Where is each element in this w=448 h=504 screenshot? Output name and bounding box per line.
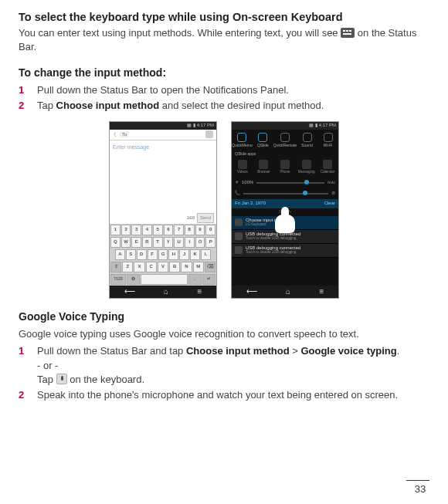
quick-toggles: QuickMemoQSlideQuickRemoteSoundWi-Fi (232, 130, 338, 151)
battery-icon: ▮ (193, 122, 195, 128)
key: 0 (205, 225, 216, 235)
brightness-row: ☀ 100% Auto (232, 178, 338, 188)
message-area: Enter message (110, 140, 216, 213)
toggle-label: Sound (301, 143, 312, 148)
step-text: Pull down the Status Bar and tap Choose … (37, 344, 429, 387)
page-number: 33 (406, 480, 429, 496)
key: O (195, 237, 205, 248)
qslide-apps: VideosBrowserPhoneMessagingCalendar (232, 157, 338, 178)
bold-text: Google voice typing (300, 345, 396, 357)
counter-row: 160 Send (110, 213, 216, 224)
key: ⇧ (110, 262, 121, 272)
recent-icon: ≡ (197, 286, 202, 297)
phone-screenshot-notifications: ▦ ▮ 4:17 PM QuickMemoQSlideQuickRemoteSo… (231, 121, 339, 299)
toggle-label: QuickRemote (273, 143, 297, 148)
key: R (142, 237, 152, 248)
key-settings: ✿ (127, 274, 140, 285)
app-icon (323, 160, 332, 169)
home-icon: ⌂ (286, 286, 290, 297)
send-button: Send (197, 213, 214, 222)
to-row: く To (110, 130, 216, 140)
volume-slider (243, 193, 328, 194)
volume-icon: 📞 (235, 190, 240, 196)
key: I (185, 237, 195, 248)
pointing-hand-icon (275, 207, 295, 238)
toggle-icon (303, 133, 312, 142)
key: 3 (131, 225, 141, 235)
toggle-icon (280, 133, 290, 142)
brightness-value: 100% (242, 179, 253, 185)
clear-button: Clear (324, 200, 335, 206)
text: and select the desired input method. (159, 100, 324, 111)
key: W (121, 237, 131, 248)
key: 1 (110, 225, 120, 235)
key: M (193, 262, 204, 272)
key: 7 (174, 225, 184, 235)
toggle: Sound (297, 130, 317, 151)
para-intro: You can enter text using input methods. … (19, 26, 429, 54)
text: Tap (37, 100, 56, 111)
step-2: 2 Tap Choose input method and select the… (19, 99, 429, 113)
app-label: Browser (257, 170, 270, 174)
recent-icon: ≡ (319, 286, 324, 297)
step-text: Speak into the phone's microphone and wa… (37, 388, 429, 402)
key: E (131, 237, 141, 248)
toggle-icon (324, 133, 333, 142)
toggle: Wi-Fi (317, 130, 338, 151)
key: 6 (164, 225, 174, 235)
para-voice-intro: Google voice typing uses Google voice re… (19, 327, 429, 341)
auto-label: Auto (328, 180, 335, 185)
key: ⌫ (205, 262, 216, 272)
toggle-label: Wi-Fi (324, 143, 333, 148)
home-icon: ⌂ (164, 286, 168, 297)
nav-bar: ⟵ ⌂ ≡ (232, 286, 338, 298)
brightness-slider (256, 182, 324, 184)
key: H (168, 249, 178, 260)
placeholder-text: Enter message (113, 144, 149, 150)
toggle: QuickMemo (232, 130, 253, 151)
toggle-icon (258, 133, 267, 142)
key: U (174, 237, 184, 248)
step-number: 1 (19, 83, 26, 97)
qslide-app: Browser (253, 157, 275, 178)
notif-icon (235, 232, 243, 240)
brightness-icon: ☀ (235, 179, 239, 185)
key: 4 (142, 225, 152, 235)
toggle-label: QuickMemo (232, 143, 253, 148)
attach-icon (205, 130, 213, 138)
qslide-app: Videos (232, 157, 253, 178)
step-1: 1 Pull down the Status Bar and tap Choos… (19, 344, 429, 387)
app-label: Calendar (321, 170, 334, 174)
step-1: 1 Pull down the Status Bar to open the N… (19, 83, 429, 97)
volume-row: 📞 ⚙ (232, 188, 338, 199)
key: Z (122, 262, 133, 272)
key: V (158, 262, 168, 272)
step-text: Tap Choose input method and select the d… (37, 99, 429, 113)
signal-icon: ▦ (187, 122, 192, 128)
key: B (169, 262, 180, 272)
key-enter: ↵ (202, 274, 216, 285)
phone-screenshot-messaging: ▦ ▮ 4:17 PM く To Enter message 160 Send … (109, 121, 217, 299)
notif-icon (235, 218, 243, 226)
clock: 4:17 PM (197, 122, 214, 128)
key: Q (110, 237, 120, 248)
keyboard-row-3: ⇧ZXCVBNM⌫ (110, 261, 216, 273)
keyboard-row-1: QWERTYUIOP (110, 236, 216, 249)
qslide-app: Phone (274, 157, 296, 178)
keyboard-row-2: ASDFGHJKL (110, 249, 216, 261)
settings-icon: ⚙ (331, 190, 335, 196)
qslide-app: Messaging (296, 157, 317, 178)
onscreen-keyboard: 1234567890 QWERTYUIOP ASDFGHJKL ⇧ZXCVBNM… (110, 224, 216, 286)
step-2: 2 Speak into the phone's microphone and … (19, 388, 429, 402)
heading-change-input: To change the input method: (19, 66, 429, 81)
key: D (137, 249, 147, 260)
text: > (290, 345, 301, 357)
heading-google-voice: Google Voice Typing (19, 310, 429, 325)
key: 9 (195, 225, 205, 235)
key: F (148, 249, 158, 260)
mic-icon (56, 374, 67, 384)
key: 2 (121, 225, 131, 235)
app-icon (259, 160, 268, 169)
clock: 4:17 PM (319, 122, 336, 128)
nav-bar: ⟵ ⌂ ≡ (110, 286, 216, 298)
